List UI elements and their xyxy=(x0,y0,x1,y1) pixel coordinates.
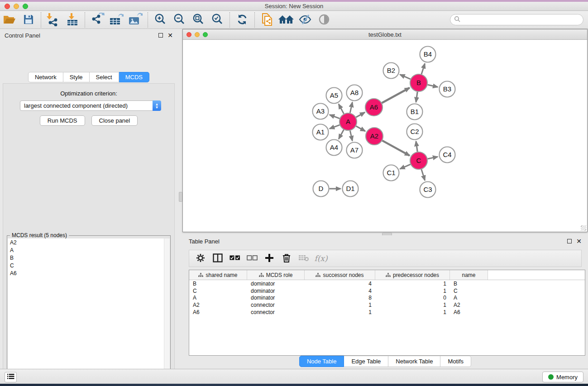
cell-shared-name[interactable]: A6 xyxy=(189,309,247,315)
home-layout-button[interactable] xyxy=(277,12,296,28)
edge-A6-B[interactable] xyxy=(382,88,410,103)
table-row[interactable]: A2 connector 1 1 A2 xyxy=(189,301,585,309)
export-network-button[interactable] xyxy=(88,12,107,28)
cell-mcds-role[interactable]: connector xyxy=(247,309,305,315)
tab-network-table[interactable]: Network Table xyxy=(388,356,440,367)
edge-A-A1[interactable] xyxy=(330,125,339,129)
column-header-mcds-role[interactable]: MCDS role xyxy=(247,270,305,280)
cell-shared-name[interactable]: C xyxy=(189,288,247,294)
column-header-predecessor-nodes[interactable]: predecessor nodes xyxy=(375,270,450,280)
edge-A-A2[interactable] xyxy=(356,126,365,131)
result-item[interactable]: C xyxy=(8,262,164,269)
cell-name[interactable]: A6 xyxy=(450,309,488,315)
result-item[interactable]: A6 xyxy=(8,269,164,277)
float-panel-icon[interactable] xyxy=(158,33,163,38)
column-header-name[interactable]: name xyxy=(450,270,488,280)
result-item[interactable]: A2 xyxy=(8,238,164,246)
table-row[interactable]: A6 connector 1 1 A6 xyxy=(189,309,585,316)
cell-name[interactable]: A xyxy=(450,295,488,301)
edge-A2-C[interactable] xyxy=(382,141,410,156)
window-resize-grip[interactable] xyxy=(581,225,586,231)
edge-C-C1[interactable] xyxy=(400,164,411,169)
tab-edge-table[interactable]: Edge Table xyxy=(344,356,388,367)
network-graph[interactable]: ABCA6A2A1A3A4A5A7A8B1B2B3B4C1C2C3C4DD1 xyxy=(183,40,587,232)
tab-select[interactable]: Select xyxy=(90,72,119,82)
cell-predecessors[interactable]: 0 xyxy=(375,295,450,301)
table-row[interactable]: A dominator 8 0 A xyxy=(189,294,585,301)
cell-name[interactable]: B xyxy=(450,281,488,287)
cell-shared-name[interactable]: A2 xyxy=(189,302,247,308)
cell-successors[interactable]: 4 xyxy=(305,288,375,294)
export-table-button[interactable] xyxy=(107,12,126,28)
search-input[interactable] xyxy=(450,14,583,25)
zoom-fit-button[interactable] xyxy=(189,12,208,28)
result-item[interactable]: A xyxy=(8,246,164,254)
criterion-dropdown[interactable]: largest connected component (directed) ▲… xyxy=(20,100,161,111)
clone-network-button[interactable] xyxy=(258,12,277,28)
vertical-split-handle[interactable] xyxy=(179,192,182,202)
close-panel-icon[interactable]: ✕ xyxy=(167,33,173,38)
cell-predecessors[interactable]: 1 xyxy=(375,309,450,315)
edge-A-A6[interactable] xyxy=(356,112,365,117)
toggle-eye-button[interactable] xyxy=(315,12,334,28)
cell-successors[interactable]: 4 xyxy=(305,281,375,287)
cell-name[interactable]: C xyxy=(450,288,488,294)
column-header-successor-nodes[interactable]: successor nodes xyxy=(305,270,375,280)
cell-predecessors[interactable]: 1 xyxy=(375,281,450,287)
tab-motifs[interactable]: Motifs xyxy=(440,356,471,367)
cell-shared-name[interactable]: A xyxy=(189,295,247,301)
unselect-all-button[interactable] xyxy=(244,252,260,265)
zoom-in-button[interactable] xyxy=(151,12,170,28)
tab-node-table[interactable]: Node Table xyxy=(299,356,344,367)
cell-name[interactable]: A2 xyxy=(450,302,488,308)
import-table-button[interactable] xyxy=(63,12,82,28)
run-mcds-button[interactable]: Run MCDS xyxy=(40,115,85,126)
close-panel-button[interactable]: Close panel xyxy=(91,115,138,126)
tab-style[interactable]: Style xyxy=(63,72,90,82)
zoom-selected-button[interactable] xyxy=(208,12,227,28)
tab-mcds[interactable]: MCDS xyxy=(119,72,149,82)
network-window-titlebar[interactable]: testGlobe.txt xyxy=(183,29,587,40)
hide-details-button[interactable] xyxy=(296,12,315,28)
import-network-button[interactable] xyxy=(44,12,63,28)
table-row[interactable]: B dominator 4 1 B xyxy=(189,280,585,287)
edge-A-A4[interactable] xyxy=(339,130,344,139)
edge-C-C3[interactable] xyxy=(421,169,425,180)
cell-shared-name[interactable]: B xyxy=(189,281,247,287)
save-session-button[interactable] xyxy=(19,12,38,28)
column-header-shared-name[interactable]: shared name xyxy=(189,270,247,280)
edge-C-C4[interactable] xyxy=(428,157,438,159)
edge-A-A7[interactable] xyxy=(350,131,352,141)
network-canvas[interactable]: ABCA6A2A1A3A4A5A7A8B1B2B3B4C1C2C3C4DD1 xyxy=(183,40,587,232)
table-row[interactable]: C dominator 4 1 C xyxy=(189,287,585,295)
edge-A-A5[interactable] xyxy=(339,104,344,114)
refresh-button[interactable] xyxy=(233,12,252,28)
edge-C-C2[interactable] xyxy=(416,141,417,152)
cell-successors[interactable]: 1 xyxy=(305,302,375,308)
node-table[interactable]: shared name MCDS role successor nodes pr… xyxy=(189,270,585,356)
mcds-result-list[interactable]: A2ABCA6 xyxy=(8,238,164,386)
result-scrollbar[interactable] xyxy=(164,238,170,386)
table-settings-button[interactable] xyxy=(193,252,208,265)
edge-B-B4[interactable] xyxy=(421,63,425,74)
edge-B-B1[interactable] xyxy=(416,92,417,102)
cell-mcds-role[interactable]: connector xyxy=(247,302,305,308)
edge-A-A8[interactable] xyxy=(350,102,352,113)
zoom-out-button[interactable] xyxy=(170,12,189,28)
close-table-panel-icon[interactable]: ✕ xyxy=(576,239,582,243)
result-item[interactable]: B xyxy=(8,254,164,262)
cell-successors[interactable]: 8 xyxy=(305,295,375,301)
tab-network[interactable]: Network xyxy=(28,72,63,82)
edge-B-B2[interactable] xyxy=(400,75,411,79)
select-all-button[interactable] xyxy=(227,252,243,265)
cell-predecessors[interactable]: 1 xyxy=(375,302,450,308)
cell-mcds-role[interactable]: dominator xyxy=(247,295,305,301)
cell-mcds-role[interactable]: dominator xyxy=(247,281,305,287)
edge-A-A3[interactable] xyxy=(330,115,339,119)
delete-column-button[interactable] xyxy=(279,252,294,265)
show-column-button[interactable] xyxy=(210,252,225,265)
open-file-button[interactable] xyxy=(0,12,19,28)
edge-B-B3[interactable] xyxy=(428,85,438,87)
export-image-button[interactable] xyxy=(126,12,145,28)
memory-button[interactable]: Memory xyxy=(542,372,583,382)
